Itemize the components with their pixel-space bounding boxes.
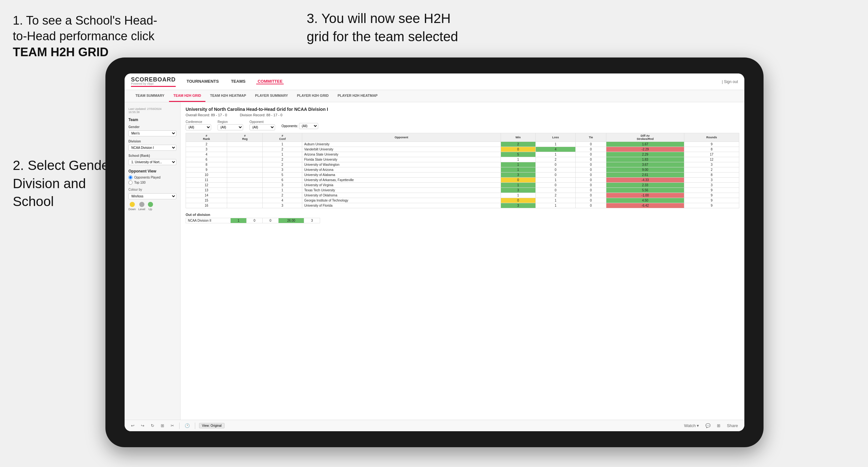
- nav-committee[interactable]: COMMITTEE: [256, 79, 284, 84]
- data-table: #Rank #Reg #Conf Opponent Win Loss Tie D…: [186, 133, 739, 208]
- cell-rounds: 3: [684, 183, 739, 188]
- ann3-line2: grid for the team selected: [307, 29, 458, 44]
- nav-teams[interactable]: TEAMS: [230, 79, 247, 84]
- conf-select[interactable]: (All): [186, 124, 211, 130]
- toolbar-right: Watch ▾ 💬 ⊞ Share: [683, 423, 739, 429]
- gender-label: Gender: [128, 125, 176, 129]
- cell-opponent: University of Oklahoma: [302, 193, 501, 198]
- toolbar-btn-5[interactable]: ✂: [169, 423, 176, 429]
- legend-level: Level: [138, 202, 145, 211]
- col-loss: Loss: [535, 133, 576, 142]
- col-win: Win: [501, 133, 535, 142]
- filter-conference: Conference (All): [186, 120, 211, 130]
- filter-opponent: Opponent (All): [249, 120, 275, 130]
- cell-tie: 0: [576, 173, 607, 178]
- clock-btn[interactable]: 🕐: [183, 423, 191, 429]
- cell-reg: [227, 183, 262, 188]
- app-logo: SCOREBOARD Powered by clippi: [131, 77, 176, 87]
- cell-opponent: Florida State University: [302, 157, 501, 162]
- sub-nav-team-h2h-heatmap[interactable]: TEAM H2H HEATMAP: [206, 90, 250, 102]
- cell-win: 1: [501, 183, 535, 188]
- cell-diff: 1.67: [606, 142, 684, 147]
- logo-bar: [131, 86, 176, 87]
- opponents-all-select[interactable]: (All): [299, 123, 318, 129]
- region-select[interactable]: (All): [218, 124, 243, 130]
- toolbar-btn-3[interactable]: ↻: [150, 423, 156, 429]
- col-conf: #Conf: [262, 133, 302, 142]
- logo-text: SCOREBOARD: [131, 77, 176, 83]
- school-select[interactable]: 1. University of Nort...: [128, 159, 176, 165]
- comment-btn[interactable]: 💬: [704, 423, 712, 429]
- gender-select[interactable]: Men's: [128, 130, 176, 136]
- cell-rounds: 2: [684, 167, 739, 173]
- annotation-3: 3. You will now see H2H grid for the tea…: [307, 9, 505, 46]
- cell-tie: 0: [576, 162, 607, 167]
- cell-tie: 0: [576, 142, 607, 147]
- cell-loss: 0: [535, 183, 576, 188]
- table-row: 11 6 University of Arkansas, Fayettevill…: [186, 178, 739, 183]
- table-row: 9 3 University of Arizona 1 0 0 9.00 2: [186, 167, 739, 173]
- cell-tie: 0: [576, 167, 607, 173]
- bottom-toolbar: ↩ ↪ ↻ ⊞ ✂ 🕐 View: Original Watch ▾ 💬 ⊞ S…: [125, 420, 744, 431]
- division-select[interactable]: NCAA Division I: [128, 145, 176, 151]
- share-btn[interactable]: Share: [725, 423, 739, 429]
- opp-label: Opponent: [249, 120, 275, 124]
- cell-reg: [227, 203, 262, 208]
- col-tie: Tie: [576, 133, 607, 142]
- cell-win: 3: [501, 173, 535, 178]
- cell-diff: 2.61: [606, 173, 684, 178]
- out-of-division-row: NCAA Division II 1 0 0 26.00 3: [186, 218, 320, 223]
- col-diff: Diff AvStrokes/Rnd: [606, 133, 684, 142]
- cell-rank: 3: [186, 147, 227, 152]
- cell-reg: [227, 198, 262, 203]
- cell-reg: [227, 152, 262, 157]
- cell-tie: 0: [576, 147, 607, 152]
- cell-diff: 9.00: [606, 167, 684, 173]
- cell-opponent: University of Arizona: [302, 167, 501, 173]
- cell-loss: 1: [535, 203, 576, 208]
- cell-reg: [227, 167, 262, 173]
- cell-opponent: Texas Tech University: [302, 188, 501, 193]
- colour-by-select[interactable]: Win/loss: [128, 193, 176, 199]
- cell-diff: 2.33: [606, 183, 684, 188]
- radio-top-100[interactable]: Top 100: [128, 181, 176, 185]
- logo-sub: Powered by clippi: [131, 83, 176, 85]
- cell-diff: 4.50: [606, 198, 684, 203]
- nav-tournaments[interactable]: TOURNAMENTS: [185, 79, 220, 84]
- cell-opponent: Auburn University: [302, 142, 501, 147]
- sub-nav-team-summary[interactable]: TEAM SUMMARY: [131, 90, 169, 102]
- cell-tie: 0: [576, 157, 607, 162]
- sign-out[interactable]: | Sign out: [722, 80, 738, 84]
- cell-rounds: 12: [684, 157, 739, 162]
- table-row: 12 3 University of Virginia 1 0 0 2.33 3: [186, 183, 739, 188]
- radio-opponents-played[interactable]: Opponents Played: [128, 175, 176, 180]
- cell-loss: 2: [535, 193, 576, 198]
- cell-win: 1: [501, 193, 535, 198]
- opp-select[interactable]: (All): [249, 124, 275, 130]
- cell-win: 5: [501, 152, 535, 157]
- grid-area: University of North Carolina Head-to-Hea…: [181, 102, 744, 420]
- cell-reg: [227, 173, 262, 178]
- tablet-screen: SCOREBOARD Powered by clippi TOURNAMENTS…: [125, 73, 744, 431]
- division-label: Division: [128, 139, 176, 143]
- layout-btn[interactable]: ⊞: [716, 423, 722, 429]
- sub-nav-player-h2h-heatmap[interactable]: PLAYER H2H HEATMAP: [333, 90, 382, 102]
- team-section-title: Team: [128, 118, 176, 122]
- sub-nav-team-h2h-grid[interactable]: TEAM H2H GRID: [169, 90, 206, 102]
- watch-btn[interactable]: Watch ▾: [683, 423, 700, 429]
- cell-conf: 4: [262, 198, 302, 203]
- table-row: 8 2 University of Washington 1 0 0 3.67 …: [186, 162, 739, 167]
- opponent-view-label: Opponent View: [128, 169, 176, 174]
- table-row: 4 1 Arizona State University 5 1 0 2.29 …: [186, 152, 739, 157]
- redo-btn[interactable]: ↪: [140, 423, 146, 429]
- undo-btn[interactable]: ↩: [130, 423, 136, 429]
- filters-row: Conference (All) Region (All) Opponent: [186, 120, 739, 130]
- view-original-btn[interactable]: View: Original: [199, 423, 225, 428]
- cell-rank: 6: [186, 157, 227, 162]
- sub-nav-player-summary[interactable]: PLAYER SUMMARY: [250, 90, 292, 102]
- filter-region: Region (All): [218, 120, 243, 130]
- cell-rank: 11: [186, 178, 227, 183]
- toolbar-btn-4[interactable]: ⊞: [159, 423, 165, 429]
- cell-loss: 1: [535, 142, 576, 147]
- sub-nav-player-h2h-grid[interactable]: PLAYER H2H GRID: [292, 90, 333, 102]
